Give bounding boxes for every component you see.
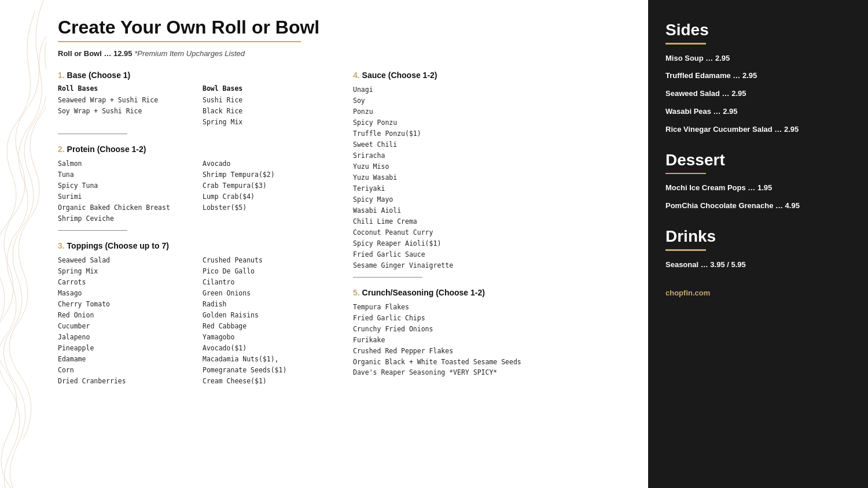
list-item: Spicy Ponzu xyxy=(353,117,625,128)
list-item: Cherry Tomato xyxy=(58,299,185,310)
sidebar-list-item: Rice Vinegar Cucumber Salad … 2.95 xyxy=(665,125,851,135)
list-item: Black Rice xyxy=(203,106,330,117)
list-item: Radish xyxy=(203,299,330,310)
crunch-number: 5. xyxy=(353,288,360,297)
drinks-divider xyxy=(665,249,706,251)
list-item: Wasabi Aioli xyxy=(353,205,625,216)
toppings-list-1: Seaweed SaladSpring MixCarrotsMasagoCher… xyxy=(58,255,185,387)
list-item: Red Onion xyxy=(58,310,185,321)
list-item: Shrimp Tempura($2) xyxy=(203,169,330,180)
left-sections: 1. Base (Choose 1) Roll Bases Seaweed Wr… xyxy=(58,71,330,397)
main-content: Create Your Own Roll or Bowl Roll or Bow… xyxy=(46,0,648,488)
toppings-col1: Seaweed SaladSpring MixCarrotsMasagoCher… xyxy=(58,255,185,387)
sauce-col: UnagiSoyPonzuSpicy PonzuTruffle Ponzu($1… xyxy=(353,84,625,271)
list-item: Spicy Tuna xyxy=(58,180,185,191)
section-base: 1. Base (Choose 1) Roll Bases Seaweed Wr… xyxy=(58,71,330,134)
dessert-section: Dessert Mochi Ice Cream Pops … 1.95PomCh… xyxy=(665,151,851,211)
section-sauce: 4. Sauce (Choose 1-2) UnagiSoyPonzuSpicy… xyxy=(353,71,625,277)
section-toppings: 3. Toppings (Choose up to 7) Seaweed Sal… xyxy=(58,241,330,387)
bowl-bases-col: Bowl Bases Sushi RiceBlack RiceSpring Mi… xyxy=(203,84,330,128)
list-item: Fried Garlic Sauce xyxy=(353,249,625,260)
right-sections: 4. Sauce (Choose 1-2) UnagiSoyPonzuSpicy… xyxy=(353,71,625,397)
crunch-content: Tempura FlakesFried Garlic ChipsCrunchy … xyxy=(353,302,625,379)
list-item: Pomegranate Seeds($1) xyxy=(203,365,330,376)
sidebar-list-item: Mochi Ice Cream Pops … 1.95 xyxy=(665,183,851,193)
list-item: Sriracha xyxy=(353,150,625,161)
list-item: Spicy Reaper Aioli($1) xyxy=(353,238,625,249)
list-item: Cilantro xyxy=(203,277,330,288)
list-item: Shrimp Ceviche xyxy=(58,213,185,224)
sidebar-list-item: Miso Soup … 2.95 xyxy=(665,54,851,64)
list-item: Jalapeno xyxy=(58,332,185,343)
list-item: Masago xyxy=(58,288,185,299)
toppings-title: Toppings (Choose up to 7) xyxy=(67,241,169,250)
list-item: Chili Lime Crema xyxy=(353,216,625,227)
left-decoration xyxy=(0,0,46,488)
list-item: Seaweed Wrap + Sushi Rice xyxy=(58,95,185,106)
drinks-list: Seasonal … 3.95 / 5.95 xyxy=(665,260,851,270)
list-item: Ponzu xyxy=(353,106,625,117)
crunch-list: Tempura FlakesFried Garlic ChipsCrunchy … xyxy=(353,302,625,379)
dessert-title: Dessert xyxy=(665,151,851,169)
list-item: Crushed Red Pepper Flakes xyxy=(353,346,625,357)
list-item: Lump Crab($4) xyxy=(203,191,330,202)
list-item: Lobster($5) xyxy=(203,202,330,213)
sidebar: Sides Miso Soup … 2.95Truffled Edamame …… xyxy=(648,0,868,488)
list-item: Yuzu Wasabi xyxy=(353,172,625,183)
sauce-content: UnagiSoyPonzuSpicy PonzuTruffle Ponzu($1… xyxy=(353,84,625,271)
list-item: Macadamia Nuts($1), xyxy=(203,354,330,365)
list-item: Avocado($1) xyxy=(203,343,330,354)
list-item: Crab Tempura($3) xyxy=(203,180,330,191)
list-item: Pineapple xyxy=(58,343,185,354)
bowl-bases-list: Sushi RiceBlack RiceSpring Mix xyxy=(203,95,330,128)
list-item: Teriyaki xyxy=(353,183,625,194)
dessert-divider xyxy=(665,173,706,175)
dessert-list: Mochi Ice Cream Pops … 1.95PomChia Choco… xyxy=(665,183,851,211)
roll-bases-list: Seaweed Wrap + Sushi RiceSoy Wrap + Sush… xyxy=(58,95,185,117)
sides-divider xyxy=(665,43,706,45)
sidebar-list-item: Seaweed Salad … 2.95 xyxy=(665,89,851,99)
bowl-bases-label: Bowl Bases xyxy=(203,84,330,93)
list-item: Golden Raisins xyxy=(203,310,330,321)
list-item: Corn xyxy=(58,365,185,376)
list-item: Unagi xyxy=(353,84,625,95)
protein-title: Protein (Choose 1-2) xyxy=(67,145,146,154)
subtitle-price: Roll or Bowl … 12.95 xyxy=(58,49,133,58)
sidebar-footer: chopfin.com xyxy=(665,287,851,298)
sauce-list: UnagiSoyPonzuSpicy PonzuTruffle Ponzu($1… xyxy=(353,84,625,271)
list-item: Yamagobo xyxy=(203,332,330,343)
protein-divider xyxy=(58,230,127,231)
drinks-title: Drinks xyxy=(665,227,851,246)
sauce-divider xyxy=(353,277,422,278)
list-item: Pico De Gallo xyxy=(203,266,330,277)
list-item: Organic Black + White Toasted Sesame See… xyxy=(353,357,625,368)
list-item: Furikake xyxy=(353,335,625,346)
roll-bases-col: Roll Bases Seaweed Wrap + Sushi RiceSoy … xyxy=(58,84,185,128)
list-item: Sushi Rice xyxy=(203,95,330,106)
list-item: Truffle Ponzu($1) xyxy=(353,128,625,139)
list-item: Crushed Peanuts xyxy=(203,255,330,266)
list-item: Avocado xyxy=(203,158,330,169)
sides-title: Sides xyxy=(665,21,851,39)
list-item: Tuna xyxy=(58,169,185,180)
sidebar-list-item: Seasonal … 3.95 / 5.95 xyxy=(665,260,851,270)
title-underline xyxy=(58,41,301,42)
list-item: Red Cabbage xyxy=(203,321,330,332)
list-item: Carrots xyxy=(58,277,185,288)
subtitle: Roll or Bowl … 12.95 *Premium Item Upcha… xyxy=(58,49,625,58)
protein-col1: SalmonTunaSpicy TunaSurimiOrganic Baked … xyxy=(58,158,185,224)
sidebar-list-item: Truffled Edamame … 2.95 xyxy=(665,71,851,81)
list-item: Cucumber xyxy=(58,321,185,332)
toppings-content: Seaweed SaladSpring MixCarrotsMasagoCher… xyxy=(58,255,330,387)
list-item: Edamame xyxy=(58,354,185,365)
list-item: Sesame Ginger Vinaigrette xyxy=(353,260,625,271)
base-number: 1. xyxy=(58,71,65,80)
crunch-title: Crunch/Seasoning (Choose 1-2) xyxy=(362,288,485,297)
list-item: Fried Garlic Chips xyxy=(353,313,625,324)
list-item: Crunchy Fried Onions xyxy=(353,324,625,335)
list-item: Cream Cheese($1) xyxy=(203,376,330,387)
protein-col2: AvocadoShrimp Tempura($2)Crab Tempura($3… xyxy=(203,158,330,224)
sauce-number: 4. xyxy=(353,71,360,80)
list-item: Surimi xyxy=(58,191,185,202)
sides-section: Sides Miso Soup … 2.95Truffled Edamame …… xyxy=(665,21,851,135)
